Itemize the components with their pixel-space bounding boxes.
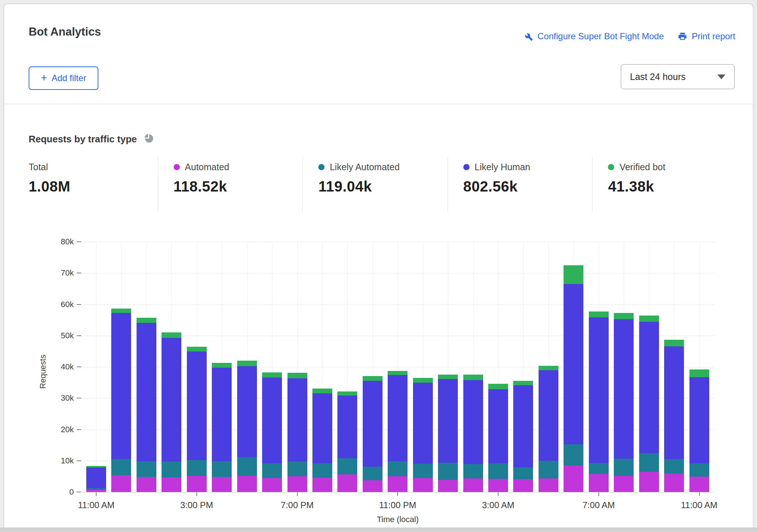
stat-value: 802.56k [463, 178, 593, 195]
segment-likely-automated [614, 459, 634, 476]
segment-verified-bot [488, 384, 508, 389]
header-divider [4, 104, 753, 104]
bar-hour-24[interactable] [689, 369, 709, 492]
bar-hour-14[interactable] [438, 375, 458, 492]
bar-hour-4[interactable] [187, 347, 207, 492]
segment-likely-automated [86, 488, 106, 490]
legend-dot [463, 164, 470, 170]
x-tick-label: 11:00 AM [78, 500, 115, 510]
segment-likely-automated [689, 463, 709, 477]
bar-hour-3[interactable] [162, 332, 181, 492]
segment-verified-bot [689, 369, 709, 377]
bar-hour-22[interactable] [639, 316, 659, 492]
bar-hour-21[interactable] [614, 313, 634, 492]
segment-automated [162, 477, 181, 492]
y-axis-title: Requests [38, 355, 48, 389]
page-bottom-strip [0, 528, 757, 532]
segment-automated [488, 479, 508, 492]
configure-super-bot-fight-mode-link[interactable]: Configure Super Bot Fight Mode [524, 31, 664, 41]
x-tick-mark [397, 492, 398, 496]
segment-likely-automated [564, 444, 583, 466]
segment-likely-human [262, 378, 282, 463]
bar-hour-11[interactable] [363, 376, 383, 492]
segment-automated [287, 476, 307, 492]
bar-hour-0[interactable] [86, 466, 106, 492]
segment-verified-bot [413, 378, 433, 383]
segment-automated [639, 472, 659, 492]
time-range-dropdown[interactable]: Last 24 hours [621, 64, 735, 89]
segment-verified-bot [312, 389, 332, 393]
segment-automated [388, 476, 408, 492]
stat-likely-human: Likely Human802.56k [448, 157, 593, 212]
segment-automated [262, 478, 282, 492]
segment-likely-human [237, 366, 257, 457]
segment-likely-human [488, 389, 508, 464]
stat-automated: Automated118.52k [158, 157, 303, 212]
segment-likely-human [312, 393, 332, 464]
segment-likely-human [539, 370, 558, 461]
segment-likely-human [212, 368, 232, 461]
add-filter-button[interactable]: + Add filter [29, 66, 98, 90]
segment-likely-automated [463, 464, 483, 478]
segment-automated [337, 474, 357, 492]
legend-dot [318, 164, 325, 170]
legend-dot [608, 164, 614, 170]
y-tick-label: 40k [48, 362, 74, 372]
segment-likely-automated [488, 463, 508, 479]
bar-hour-17[interactable] [513, 381, 533, 492]
segment-automated [589, 474, 609, 492]
segment-verified-bot [513, 381, 533, 385]
x-tick-mark [96, 492, 97, 496]
segment-likely-automated [312, 463, 332, 477]
y-tick-mark [77, 335, 81, 336]
segment-likely-human [438, 379, 458, 463]
bar-hour-16[interactable] [488, 384, 508, 492]
segment-likely-human [589, 317, 609, 463]
segment-likely-human [564, 284, 583, 444]
segment-automated [664, 474, 684, 492]
bar-hour-8[interactable] [287, 373, 307, 492]
segment-verified-bot [463, 375, 483, 380]
y-tick-label: 80k [48, 237, 74, 247]
bar-hour-23[interactable] [664, 340, 684, 492]
bar-hour-20[interactable] [589, 311, 609, 492]
segment-automated [86, 490, 106, 492]
segment-automated [237, 476, 257, 492]
segment-likely-automated [237, 457, 257, 475]
segment-verified-bot [539, 366, 558, 370]
bar-hour-18[interactable] [539, 366, 558, 492]
segment-likely-automated [388, 461, 408, 476]
print-report-link[interactable]: Print report [678, 31, 735, 41]
y-tick-label: 0 [48, 487, 74, 497]
bar-hour-15[interactable] [463, 375, 483, 492]
bar-hour-12[interactable] [388, 371, 408, 492]
segment-automated [187, 476, 207, 492]
bar-hour-10[interactable] [337, 391, 357, 492]
segment-likely-automated [639, 453, 659, 472]
bar-hour-2[interactable] [137, 318, 156, 492]
bar-hour-19[interactable] [564, 265, 583, 492]
plus-icon: + [41, 72, 47, 84]
bar-hour-6[interactable] [237, 361, 257, 492]
add-filter-label: Add filter [51, 73, 86, 83]
segment-likely-human [287, 378, 307, 462]
bar-hour-9[interactable] [312, 389, 332, 492]
stat-value: 119.04k [318, 178, 448, 195]
page-title: Bot Analytics [29, 25, 101, 39]
segment-likely-automated [413, 464, 433, 478]
segment-automated [463, 478, 483, 492]
y-tick-label: 60k [48, 300, 74, 309]
segment-automated [438, 480, 458, 492]
segment-automated [539, 478, 558, 492]
segment-likely-human [86, 467, 106, 488]
segment-automated [137, 477, 156, 492]
segment-likely-automated [664, 459, 684, 473]
bar-hour-5[interactable] [212, 363, 232, 492]
x-axis-title: Time (local) [377, 515, 419, 524]
bar-hour-1[interactable] [111, 309, 131, 492]
header-links: Configure Super Bot Fight Mode Print rep… [524, 31, 735, 41]
requests-by-traffic-type-chart: 010k20k30k40k50k60k70k80k11:00 AM3:00 PM… [4, 224, 754, 525]
y-tick-label: 70k [48, 268, 74, 278]
bar-hour-7[interactable] [262, 372, 282, 492]
bar-hour-13[interactable] [413, 378, 433, 492]
